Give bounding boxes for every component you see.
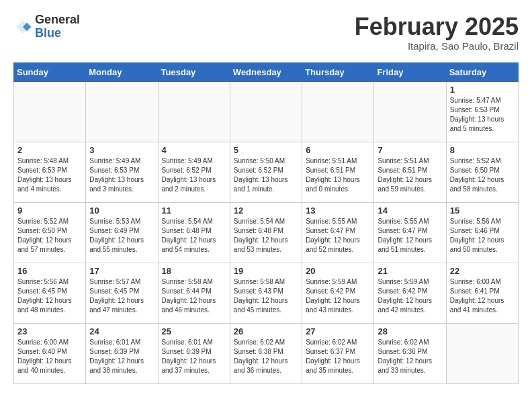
day-info: Sunrise: 6:00 AM Sunset: 6:41 PM Dayligh… bbox=[450, 277, 515, 315]
day-info: Sunrise: 5:50 AM Sunset: 6:52 PM Dayligh… bbox=[234, 156, 298, 194]
calendar-cell: 9Sunrise: 5:52 AM Sunset: 6:50 PM Daylig… bbox=[14, 202, 86, 263]
calendar-header-wednesday: Wednesday bbox=[230, 62, 302, 81]
calendar-cell: 18Sunrise: 5:58 AM Sunset: 6:44 PM Dayli… bbox=[158, 263, 230, 323]
day-number: 17 bbox=[89, 266, 154, 276]
calendar-cell: 2Sunrise: 5:48 AM Sunset: 6:53 PM Daylig… bbox=[14, 142, 86, 202]
day-number: 15 bbox=[450, 205, 515, 216]
calendar-cell: 23Sunrise: 6:00 AM Sunset: 6:40 PM Dayli… bbox=[14, 323, 86, 383]
calendar-week-2: 9Sunrise: 5:52 AM Sunset: 6:50 PM Daylig… bbox=[14, 202, 519, 263]
day-number: 8 bbox=[450, 145, 515, 155]
calendar-cell: 16Sunrise: 5:56 AM Sunset: 6:45 PM Dayli… bbox=[14, 263, 86, 323]
calendar-cell: 28Sunrise: 6:02 AM Sunset: 6:36 PM Dayli… bbox=[374, 323, 446, 383]
day-info: Sunrise: 5:48 AM Sunset: 6:53 PM Dayligh… bbox=[17, 156, 82, 194]
day-number: 9 bbox=[17, 205, 82, 216]
logo: General Blue bbox=[13, 13, 80, 40]
calendar-cell: 8Sunrise: 5:52 AM Sunset: 6:50 PM Daylig… bbox=[446, 142, 518, 202]
calendar-cell bbox=[230, 81, 302, 142]
calendar-header-friday: Friday bbox=[374, 62, 446, 81]
calendar-cell: 17Sunrise: 5:57 AM Sunset: 6:45 PM Dayli… bbox=[86, 263, 158, 323]
day-number: 21 bbox=[378, 266, 442, 276]
day-info: Sunrise: 5:53 AM Sunset: 6:49 PM Dayligh… bbox=[89, 217, 154, 255]
day-number: 3 bbox=[89, 145, 154, 155]
calendar-week-0: 1Sunrise: 5:47 AM Sunset: 6:53 PM Daylig… bbox=[14, 81, 519, 142]
calendar-cell: 19Sunrise: 5:58 AM Sunset: 6:43 PM Dayli… bbox=[230, 263, 302, 323]
title-block: February 2025 Itapira, Sao Paulo, Brazil bbox=[355, 13, 519, 52]
day-info: Sunrise: 5:49 AM Sunset: 6:52 PM Dayligh… bbox=[162, 156, 226, 194]
day-number: 20 bbox=[306, 266, 370, 276]
day-number: 27 bbox=[306, 326, 370, 336]
day-number: 19 bbox=[234, 266, 298, 276]
day-info: Sunrise: 5:58 AM Sunset: 6:44 PM Dayligh… bbox=[162, 277, 226, 315]
day-info: Sunrise: 5:55 AM Sunset: 6:47 PM Dayligh… bbox=[378, 217, 442, 255]
calendar-cell bbox=[374, 81, 446, 142]
day-info: Sunrise: 5:52 AM Sunset: 6:50 PM Dayligh… bbox=[450, 156, 515, 194]
day-number: 5 bbox=[234, 145, 298, 155]
calendar-cell bbox=[158, 81, 230, 142]
day-info: Sunrise: 6:02 AM Sunset: 6:36 PM Dayligh… bbox=[378, 338, 442, 375]
calendar-cell bbox=[446, 323, 518, 383]
calendar-week-4: 23Sunrise: 6:00 AM Sunset: 6:40 PM Dayli… bbox=[14, 323, 519, 383]
day-number: 6 bbox=[306, 145, 370, 155]
calendar-cell: 13Sunrise: 5:55 AM Sunset: 6:47 PM Dayli… bbox=[302, 202, 374, 263]
logo-blue-text: Blue bbox=[35, 27, 80, 40]
day-info: Sunrise: 5:56 AM Sunset: 6:45 PM Dayligh… bbox=[17, 277, 82, 315]
day-number: 7 bbox=[378, 145, 442, 155]
calendar-cell: 7Sunrise: 5:51 AM Sunset: 6:51 PM Daylig… bbox=[374, 142, 446, 202]
day-number: 14 bbox=[378, 205, 442, 216]
calendar-week-3: 16Sunrise: 5:56 AM Sunset: 6:45 PM Dayli… bbox=[14, 263, 519, 323]
calendar-cell bbox=[14, 81, 86, 142]
page-header: General Blue February 2025 Itapira, Sao … bbox=[13, 13, 519, 52]
calendar-header-row: SundayMondayTuesdayWednesdayThursdayFrid… bbox=[14, 62, 519, 81]
day-number: 18 bbox=[162, 266, 226, 276]
calendar-header-sunday: Sunday bbox=[14, 62, 86, 81]
day-info: Sunrise: 5:59 AM Sunset: 6:42 PM Dayligh… bbox=[378, 277, 442, 315]
calendar-cell: 21Sunrise: 5:59 AM Sunset: 6:42 PM Dayli… bbox=[374, 263, 446, 323]
day-info: Sunrise: 5:54 AM Sunset: 6:48 PM Dayligh… bbox=[162, 217, 226, 255]
day-info: Sunrise: 5:57 AM Sunset: 6:45 PM Dayligh… bbox=[89, 277, 154, 315]
day-number: 28 bbox=[378, 326, 442, 336]
day-number: 11 bbox=[162, 205, 226, 216]
day-info: Sunrise: 5:58 AM Sunset: 6:43 PM Dayligh… bbox=[234, 277, 298, 315]
logo-text: General Blue bbox=[35, 13, 80, 40]
calendar-cell: 15Sunrise: 5:56 AM Sunset: 6:46 PM Dayli… bbox=[446, 202, 518, 263]
day-number: 1 bbox=[450, 85, 515, 95]
calendar-cell: 11Sunrise: 5:54 AM Sunset: 6:48 PM Dayli… bbox=[158, 202, 230, 263]
calendar-cell: 6Sunrise: 5:51 AM Sunset: 6:51 PM Daylig… bbox=[302, 142, 374, 202]
day-info: Sunrise: 5:47 AM Sunset: 6:53 PM Dayligh… bbox=[450, 96, 515, 134]
calendar-cell: 26Sunrise: 6:02 AM Sunset: 6:38 PM Dayli… bbox=[230, 323, 302, 383]
calendar-cell: 20Sunrise: 5:59 AM Sunset: 6:42 PM Dayli… bbox=[302, 263, 374, 323]
calendar-cell: 12Sunrise: 5:54 AM Sunset: 6:48 PM Dayli… bbox=[230, 202, 302, 263]
day-number: 26 bbox=[234, 326, 298, 336]
day-number: 4 bbox=[162, 145, 226, 155]
logo-icon bbox=[13, 17, 32, 36]
calendar-cell: 24Sunrise: 6:01 AM Sunset: 6:39 PM Dayli… bbox=[86, 323, 158, 383]
day-info: Sunrise: 6:01 AM Sunset: 6:39 PM Dayligh… bbox=[162, 338, 226, 375]
day-number: 2 bbox=[17, 145, 82, 155]
calendar-cell: 14Sunrise: 5:55 AM Sunset: 6:47 PM Dayli… bbox=[374, 202, 446, 263]
calendar-cell: 4Sunrise: 5:49 AM Sunset: 6:52 PM Daylig… bbox=[158, 142, 230, 202]
day-info: Sunrise: 5:59 AM Sunset: 6:42 PM Dayligh… bbox=[306, 277, 370, 315]
day-number: 10 bbox=[89, 205, 154, 216]
calendar-header-monday: Monday bbox=[86, 62, 158, 81]
calendar-header-thursday: Thursday bbox=[302, 62, 374, 81]
day-info: Sunrise: 5:56 AM Sunset: 6:46 PM Dayligh… bbox=[450, 217, 515, 255]
calendar-cell: 25Sunrise: 6:01 AM Sunset: 6:39 PM Dayli… bbox=[158, 323, 230, 383]
day-info: Sunrise: 6:02 AM Sunset: 6:38 PM Dayligh… bbox=[234, 338, 298, 375]
day-number: 24 bbox=[89, 326, 154, 336]
day-info: Sunrise: 6:00 AM Sunset: 6:40 PM Dayligh… bbox=[17, 338, 82, 375]
day-info: Sunrise: 6:01 AM Sunset: 6:39 PM Dayligh… bbox=[89, 338, 154, 375]
day-info: Sunrise: 6:02 AM Sunset: 6:37 PM Dayligh… bbox=[306, 338, 370, 375]
day-info: Sunrise: 5:51 AM Sunset: 6:51 PM Dayligh… bbox=[306, 156, 370, 194]
day-number: 25 bbox=[162, 326, 226, 336]
day-info: Sunrise: 5:49 AM Sunset: 6:53 PM Dayligh… bbox=[89, 156, 154, 194]
day-number: 22 bbox=[450, 266, 515, 276]
day-number: 13 bbox=[306, 205, 370, 216]
day-number: 23 bbox=[17, 326, 82, 336]
day-info: Sunrise: 5:54 AM Sunset: 6:48 PM Dayligh… bbox=[234, 217, 298, 255]
calendar-header-saturday: Saturday bbox=[446, 62, 518, 81]
calendar-table: SundayMondayTuesdayWednesdayThursdayFrid… bbox=[13, 62, 519, 384]
month-title: February 2025 bbox=[355, 13, 519, 40]
calendar-cell: 10Sunrise: 5:53 AM Sunset: 6:49 PM Dayli… bbox=[86, 202, 158, 263]
calendar-cell: 27Sunrise: 6:02 AM Sunset: 6:37 PM Dayli… bbox=[302, 323, 374, 383]
calendar-cell: 5Sunrise: 5:50 AM Sunset: 6:52 PM Daylig… bbox=[230, 142, 302, 202]
